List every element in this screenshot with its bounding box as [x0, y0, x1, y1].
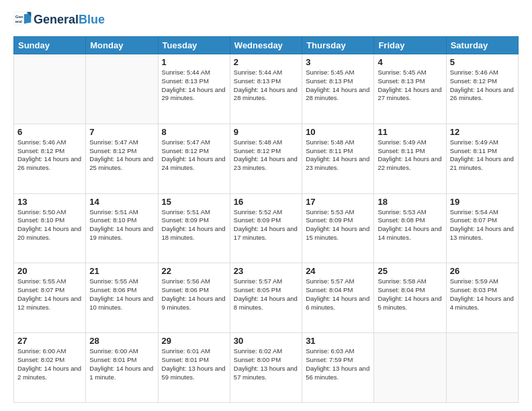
day-number: 25 — [378, 266, 442, 276]
cell-info: Sunrise: 6:00 AM Sunset: 8:01 PM Dayligh… — [89, 347, 154, 381]
cell-info: Sunrise: 5:58 AM Sunset: 8:04 PM Dayligh… — [378, 277, 442, 312]
weekday-header-monday: Monday — [86, 37, 158, 54]
day-number: 12 — [450, 127, 515, 137]
calendar-cell: 2Sunrise: 5:44 AM Sunset: 8:13 PM Daylig… — [230, 54, 302, 124]
cell-info: Sunrise: 5:53 AM Sunset: 8:09 PM Dayligh… — [306, 208, 370, 242]
cell-info: Sunrise: 5:54 AM Sunset: 8:07 PM Dayligh… — [450, 208, 515, 242]
calendar-cell: 27Sunrise: 6:00 AM Sunset: 8:02 PM Dayli… — [14, 333, 86, 403]
day-number: 31 — [306, 336, 370, 346]
weekday-header-saturday: Saturday — [446, 37, 518, 54]
calendar-cell: 10Sunrise: 5:48 AM Sunset: 8:11 PM Dayli… — [302, 124, 374, 193]
cell-info: Sunrise: 5:55 AM Sunset: 8:06 PM Dayligh… — [89, 277, 154, 312]
day-number: 21 — [89, 266, 154, 276]
calendar-cell: 9Sunrise: 5:48 AM Sunset: 8:12 PM Daylig… — [230, 124, 302, 193]
cell-info: Sunrise: 5:52 AM Sunset: 8:09 PM Dayligh… — [234, 208, 298, 242]
calendar-cell: 7Sunrise: 5:47 AM Sunset: 8:12 PM Daylig… — [86, 124, 158, 193]
calendar-cell: 31Sunrise: 6:03 AM Sunset: 7:59 PM Dayli… — [302, 333, 374, 403]
cell-info: Sunrise: 5:44 AM Sunset: 8:13 PM Dayligh… — [162, 68, 226, 103]
weekday-header-row: SundayMondayTuesdayWednesdayThursdayFrid… — [14, 37, 519, 54]
cell-info: Sunrise: 5:56 AM Sunset: 8:06 PM Dayligh… — [162, 277, 226, 312]
cell-info: Sunrise: 5:47 AM Sunset: 8:12 PM Dayligh… — [89, 138, 154, 173]
calendar-cell: 15Sunrise: 5:51 AM Sunset: 8:09 PM Dayli… — [158, 193, 230, 263]
cell-info: Sunrise: 5:48 AM Sunset: 8:12 PM Dayligh… — [234, 138, 298, 173]
calendar-cell: 26Sunrise: 5:59 AM Sunset: 8:03 PM Dayli… — [446, 263, 518, 333]
cell-info: Sunrise: 5:55 AM Sunset: 8:07 PM Dayligh… — [17, 277, 82, 312]
cell-info: Sunrise: 5:53 AM Sunset: 8:08 PM Dayligh… — [378, 208, 442, 242]
day-number: 3 — [306, 57, 370, 67]
logo: Gen eral GeneralBlue — [13, 11, 105, 30]
weekday-header-tuesday: Tuesday — [158, 37, 230, 54]
calendar-cell: 21Sunrise: 5:55 AM Sunset: 8:06 PM Dayli… — [86, 263, 158, 333]
calendar-cell: 5Sunrise: 5:46 AM Sunset: 8:12 PM Daylig… — [446, 54, 518, 124]
calendar-cell — [86, 54, 158, 124]
day-number: 5 — [450, 57, 515, 67]
day-number: 16 — [234, 197, 298, 207]
day-number: 14 — [89, 197, 154, 207]
cell-info: Sunrise: 5:49 AM Sunset: 8:11 PM Dayligh… — [450, 138, 515, 173]
day-number: 9 — [234, 127, 298, 137]
calendar-cell: 23Sunrise: 5:57 AM Sunset: 8:05 PM Dayli… — [230, 263, 302, 333]
page: Gen eral GeneralBlue SundayMondayTuesday… — [0, 0, 532, 411]
header: Gen eral GeneralBlue — [13, 11, 519, 30]
calendar-cell: 4Sunrise: 5:45 AM Sunset: 8:13 PM Daylig… — [374, 54, 446, 124]
day-number: 30 — [234, 336, 298, 346]
cell-info: Sunrise: 5:45 AM Sunset: 8:13 PM Dayligh… — [306, 68, 370, 103]
calendar-cell — [14, 54, 86, 124]
day-number: 27 — [17, 336, 82, 346]
calendar-cell: 17Sunrise: 5:53 AM Sunset: 8:09 PM Dayli… — [302, 193, 374, 263]
day-number: 26 — [450, 266, 515, 276]
day-number: 15 — [162, 197, 226, 207]
cell-info: Sunrise: 6:00 AM Sunset: 8:02 PM Dayligh… — [17, 347, 82, 381]
day-number: 2 — [234, 57, 298, 67]
cell-info: Sunrise: 6:02 AM Sunset: 8:00 PM Dayligh… — [234, 347, 298, 381]
calendar-cell — [374, 333, 446, 403]
calendar-cell: 24Sunrise: 5:57 AM Sunset: 8:04 PM Dayli… — [302, 263, 374, 333]
cell-info: Sunrise: 5:49 AM Sunset: 8:11 PM Dayligh… — [378, 138, 442, 173]
day-number: 4 — [378, 57, 442, 67]
day-number: 28 — [89, 336, 154, 346]
cell-info: Sunrise: 5:44 AM Sunset: 8:13 PM Dayligh… — [234, 68, 298, 103]
weekday-header-wednesday: Wednesday — [230, 37, 302, 54]
cell-info: Sunrise: 5:48 AM Sunset: 8:11 PM Dayligh… — [306, 138, 370, 173]
day-number: 29 — [162, 336, 226, 346]
calendar-cell: 22Sunrise: 5:56 AM Sunset: 8:06 PM Dayli… — [158, 263, 230, 333]
logo-text: GeneralBlue — [34, 13, 105, 27]
weekday-header-thursday: Thursday — [302, 37, 374, 54]
day-number: 10 — [306, 127, 370, 137]
calendar-cell: 14Sunrise: 5:51 AM Sunset: 8:10 PM Dayli… — [86, 193, 158, 263]
calendar-cell: 25Sunrise: 5:58 AM Sunset: 8:04 PM Dayli… — [374, 263, 446, 333]
week-row-3: 20Sunrise: 5:55 AM Sunset: 8:07 PM Dayli… — [14, 263, 519, 333]
calendar-cell: 12Sunrise: 5:49 AM Sunset: 8:11 PM Dayli… — [446, 124, 518, 193]
calendar-cell: 8Sunrise: 5:47 AM Sunset: 8:12 PM Daylig… — [158, 124, 230, 193]
week-row-1: 6Sunrise: 5:46 AM Sunset: 8:12 PM Daylig… — [14, 124, 519, 193]
calendar-cell: 29Sunrise: 6:01 AM Sunset: 8:01 PM Dayli… — [158, 333, 230, 403]
calendar-cell: 19Sunrise: 5:54 AM Sunset: 8:07 PM Dayli… — [446, 193, 518, 263]
day-number: 22 — [162, 266, 226, 276]
day-number: 6 — [17, 127, 82, 137]
day-number: 19 — [450, 197, 515, 207]
calendar-cell: 30Sunrise: 6:02 AM Sunset: 8:00 PM Dayli… — [230, 333, 302, 403]
calendar-cell: 18Sunrise: 5:53 AM Sunset: 8:08 PM Dayli… — [374, 193, 446, 263]
logo-icon: Gen eral — [13, 11, 32, 30]
calendar-cell: 13Sunrise: 5:50 AM Sunset: 8:10 PM Dayli… — [14, 193, 86, 263]
calendar-cell: 6Sunrise: 5:46 AM Sunset: 8:12 PM Daylig… — [14, 124, 86, 193]
week-row-2: 13Sunrise: 5:50 AM Sunset: 8:10 PM Dayli… — [14, 193, 519, 263]
svg-text:eral: eral — [15, 19, 23, 24]
day-number: 24 — [306, 266, 370, 276]
weekday-header-sunday: Sunday — [14, 37, 86, 54]
week-row-0: 1Sunrise: 5:44 AM Sunset: 8:13 PM Daylig… — [14, 54, 519, 124]
cell-info: Sunrise: 6:01 AM Sunset: 8:01 PM Dayligh… — [162, 347, 226, 381]
calendar-cell: 3Sunrise: 5:45 AM Sunset: 8:13 PM Daylig… — [302, 54, 374, 124]
day-number: 18 — [378, 197, 442, 207]
calendar-cell — [446, 333, 518, 403]
cell-info: Sunrise: 5:59 AM Sunset: 8:03 PM Dayligh… — [450, 277, 515, 312]
day-number: 1 — [162, 57, 226, 67]
weekday-header-friday: Friday — [374, 37, 446, 54]
calendar-cell: 28Sunrise: 6:00 AM Sunset: 8:01 PM Dayli… — [86, 333, 158, 403]
day-number: 13 — [17, 197, 82, 207]
cell-info: Sunrise: 5:45 AM Sunset: 8:13 PM Dayligh… — [378, 68, 442, 103]
cell-info: Sunrise: 5:51 AM Sunset: 8:09 PM Dayligh… — [162, 208, 226, 242]
cell-info: Sunrise: 6:03 AM Sunset: 7:59 PM Dayligh… — [306, 347, 370, 381]
calendar-cell: 20Sunrise: 5:55 AM Sunset: 8:07 PM Dayli… — [14, 263, 86, 333]
day-number: 11 — [378, 127, 442, 137]
